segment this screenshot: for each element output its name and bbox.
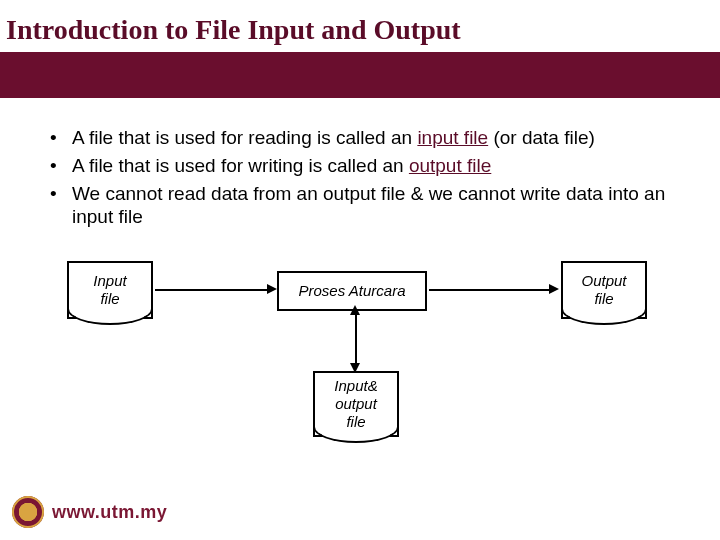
bullet-list: A file that is used for reading is calle… [30,126,684,229]
node-input-file: Input file [67,261,153,319]
node-label: output [335,395,377,412]
node-label: Output [581,272,626,289]
bullet-text: A file that is used for reading is calle… [72,127,417,148]
keyword-output-file: output file [409,155,491,176]
arrowhead-icon [350,363,360,373]
flow-diagram: Input file Proses Aturcara Output file I… [67,257,647,447]
node-io-file: Input& output file [313,371,399,437]
node-label: Input [93,272,126,289]
bullet-item: A file that is used for writing is calle… [30,154,684,178]
utm-logo-icon [12,496,44,528]
keyword-input-file: input file [417,127,488,148]
arrow-process-to-output [429,289,549,291]
node-label: Input& [334,377,377,394]
arrowhead-icon [549,284,559,294]
node-label: file [346,413,365,430]
arrow-process-to-io [355,313,357,367]
slide-title: Introduction to File Input and Output [0,14,720,46]
header-band [0,52,720,98]
arrowhead-icon [350,305,360,315]
footer-url: www.utm.my [52,502,167,523]
node-label: file [594,290,613,307]
arrow-input-to-process [155,289,267,291]
arrowhead-icon [267,284,277,294]
bullet-item: We cannot read data from an output file … [30,182,684,230]
node-label: Proses Aturcara [299,282,406,300]
content-area: A file that is used for reading is calle… [0,98,720,447]
node-output-file: Output file [561,261,647,319]
bullet-text: (or data file) [488,127,595,148]
title-bar: Introduction to File Input and Output [0,0,720,52]
bullet-item: A file that is used for reading is calle… [30,126,684,150]
node-label: file [100,290,119,307]
bullet-text: We cannot read data from an output file … [72,183,665,228]
footer: www.utm.my [12,496,167,528]
bullet-text: A file that is used for writing is calle… [72,155,409,176]
